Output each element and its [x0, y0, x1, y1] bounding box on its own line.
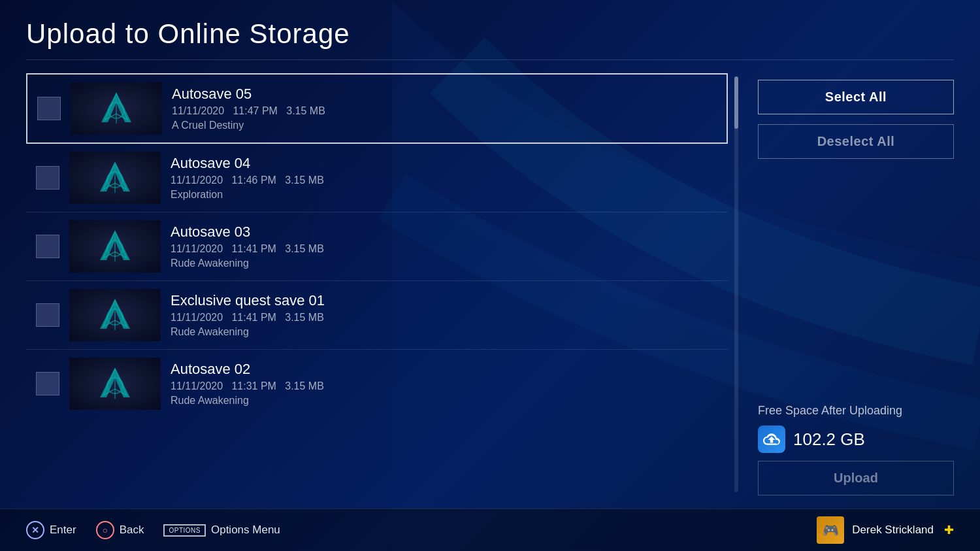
- circle-button-icon: ○: [96, 521, 114, 539]
- save-thumbnail-save-02: [69, 358, 161, 410]
- save-subtitle-save-05: A Cruel Destiny: [172, 120, 325, 131]
- user-info: 🎮 Derek Strickland ✚: [817, 516, 954, 544]
- save-name-save-exclusive-01: Exclusive quest save 01: [171, 292, 325, 309]
- user-avatar: 🎮: [817, 516, 844, 544]
- back-label: Back: [120, 524, 144, 537]
- cloud-storage-icon: [758, 426, 785, 453]
- save-thumbnail-save-exclusive-01: [69, 289, 161, 341]
- bottom-bar: ✕ Enter ○ Back OPTIONS Options Menu 🎮 De…: [0, 509, 980, 551]
- back-control: ○ Back: [96, 521, 144, 539]
- select-all-button[interactable]: Select All: [758, 80, 954, 114]
- free-space-value: 102.2 GB: [793, 429, 865, 450]
- save-item-save-02[interactable]: Autosave 02 11/11/2020 11:31 PM 3.15 MB …: [26, 350, 728, 418]
- save-subtitle-save-04: Exploration: [171, 189, 324, 201]
- enter-label: Enter: [50, 524, 76, 537]
- save-info-save-02: Autosave 02 11/11/2020 11:31 PM 3.15 MB …: [171, 361, 324, 407]
- save-checkbox-save-05[interactable]: [37, 97, 61, 120]
- save-info-save-exclusive-01: Exclusive quest save 01 11/11/2020 11:41…: [171, 292, 325, 338]
- options-button-icon: OPTIONS: [163, 524, 206, 537]
- save-checkbox-save-exclusive-01[interactable]: [36, 303, 59, 327]
- options-label: Options Menu: [211, 524, 280, 537]
- page-title: Upload to Online Storage: [26, 18, 954, 50]
- save-item-save-exclusive-01[interactable]: Exclusive quest save 01 11/11/2020 11:41…: [26, 281, 728, 350]
- free-space-label: Free Space After Uploading: [758, 404, 954, 418]
- save-thumbnail-save-05: [71, 82, 162, 135]
- save-subtitle-save-exclusive-01: Rude Awakening: [171, 326, 325, 338]
- save-thumbnail-save-03: [69, 220, 161, 273]
- save-meta-save-02: 11/11/2020 11:31 PM 3.15 MB: [171, 380, 324, 392]
- save-meta-save-04: 11/11/2020 11:46 PM 3.15 MB: [171, 175, 324, 186]
- scrollbar-thumb: [734, 76, 738, 129]
- save-name-save-02: Autosave 02: [171, 361, 324, 378]
- save-info-save-04: Autosave 04 11/11/2020 11:46 PM 3.15 MB …: [171, 155, 324, 201]
- save-name-save-05: Autosave 05: [172, 86, 325, 103]
- save-item-save-05[interactable]: Autosave 05 11/11/2020 11:47 PM 3.15 MB …: [26, 73, 728, 144]
- save-info-save-05: Autosave 05 11/11/2020 11:47 PM 3.15 MB …: [172, 86, 325, 131]
- save-item-save-04[interactable]: Autosave 04 11/11/2020 11:46 PM 3.15 MB …: [26, 144, 728, 212]
- cross-button-icon: ✕: [26, 521, 44, 539]
- save-checkbox-save-02[interactable]: [36, 372, 59, 395]
- save-checkbox-save-03[interactable]: [36, 235, 59, 258]
- save-list: Autosave 05 11/11/2020 11:47 PM 3.15 MB …: [26, 73, 728, 495]
- deselect-all-button[interactable]: Deselect All: [758, 124, 954, 159]
- scrollbar-track[interactable]: [734, 76, 738, 492]
- save-info-save-03: Autosave 03 11/11/2020 11:41 PM 3.15 MB …: [171, 224, 324, 269]
- save-meta-save-exclusive-01: 11/11/2020 11:41 PM 3.15 MB: [171, 312, 325, 324]
- save-subtitle-save-02: Rude Awakening: [171, 395, 324, 407]
- user-name: Derek Strickland: [852, 524, 934, 537]
- bottom-controls: ✕ Enter ○ Back OPTIONS Options Menu: [26, 521, 280, 539]
- enter-control: ✕ Enter: [26, 521, 76, 539]
- free-space-section: Free Space After Uploading 102.2 GB Uplo…: [758, 404, 954, 495]
- save-name-save-04: Autosave 04: [171, 155, 324, 172]
- save-checkbox-save-04[interactable]: [36, 166, 59, 190]
- save-meta-save-03: 11/11/2020 11:41 PM 3.15 MB: [171, 243, 324, 255]
- save-meta-save-05: 11/11/2020 11:47 PM 3.15 MB: [172, 105, 325, 117]
- options-control: OPTIONS Options Menu: [163, 524, 280, 537]
- save-thumbnail-save-04: [69, 152, 161, 204]
- right-panel: Select All Deselect All Free Space After…: [758, 73, 954, 495]
- save-item-save-03[interactable]: Autosave 03 11/11/2020 11:41 PM 3.15 MB …: [26, 212, 728, 281]
- save-subtitle-save-03: Rude Awakening: [171, 258, 324, 269]
- upload-button[interactable]: Upload: [758, 461, 954, 495]
- save-name-save-03: Autosave 03: [171, 224, 324, 241]
- ps-plus-icon: ✚: [944, 523, 954, 537]
